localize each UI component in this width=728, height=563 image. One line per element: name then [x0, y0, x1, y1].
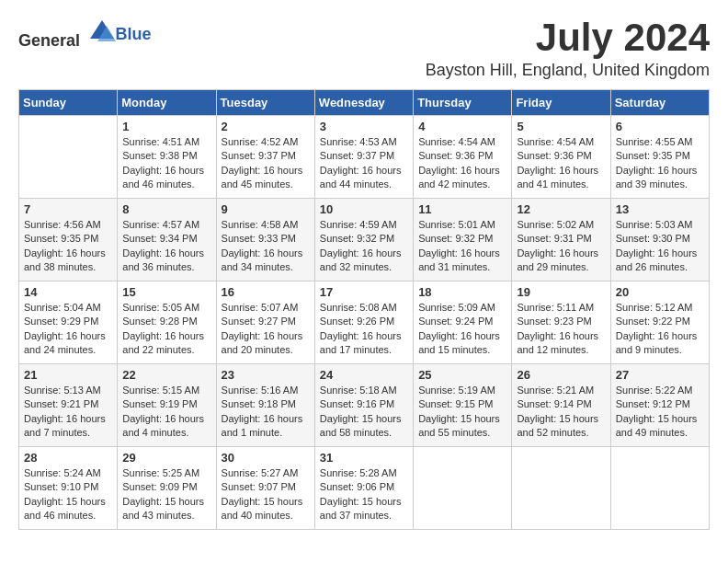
calendar-cell: 7Sunrise: 4:56 AMSunset: 9:35 PMDaylight… [19, 199, 118, 282]
day-number: 18 [418, 285, 506, 299]
day-number: 15 [122, 285, 210, 299]
calendar-week-row: 1Sunrise: 4:51 AMSunset: 9:38 PMDaylight… [19, 116, 710, 199]
day-number: 20 [616, 285, 704, 299]
day-info: Sunrise: 4:52 AMSunset: 9:37 PMDaylight:… [222, 135, 310, 192]
day-number: 17 [320, 285, 408, 299]
day-number: 26 [517, 368, 605, 382]
day-info: Sunrise: 5:18 AMSunset: 9:16 PMDaylight:… [320, 384, 408, 441]
calendar-cell [512, 447, 610, 530]
day-number: 14 [24, 285, 112, 299]
day-info: Sunrise: 5:28 AMSunset: 9:06 PMDaylight:… [320, 466, 408, 523]
calendar-header-monday: Monday [118, 90, 216, 116]
calendar-cell: 9Sunrise: 4:58 AMSunset: 9:33 PMDaylight… [216, 199, 314, 282]
calendar-cell: 13Sunrise: 5:03 AMSunset: 9:30 PMDayligh… [610, 199, 709, 282]
calendar-header-sunday: Sunday [19, 90, 118, 116]
logo: General Blue [18, 18, 152, 51]
day-info: Sunrise: 5:08 AMSunset: 9:26 PMDaylight:… [320, 301, 408, 358]
calendar-cell: 2Sunrise: 4:52 AMSunset: 9:37 PMDaylight… [216, 116, 314, 199]
calendar-header-row: SundayMondayTuesdayWednesdayThursdayFrid… [19, 90, 710, 116]
day-info: Sunrise: 5:01 AMSunset: 9:32 PMDaylight:… [418, 218, 506, 275]
calendar-cell: 1Sunrise: 4:51 AMSunset: 9:38 PMDaylight… [118, 116, 216, 199]
calendar-week-row: 21Sunrise: 5:13 AMSunset: 9:21 PMDayligh… [19, 364, 710, 447]
day-info: Sunrise: 5:21 AMSunset: 9:14 PMDaylight:… [517, 384, 605, 441]
calendar-week-row: 28Sunrise: 5:24 AMSunset: 9:10 PMDayligh… [19, 447, 710, 530]
calendar-cell: 19Sunrise: 5:11 AMSunset: 9:23 PMDayligh… [512, 282, 610, 364]
day-info: Sunrise: 5:27 AMSunset: 9:07 PMDaylight:… [222, 466, 310, 523]
day-number: 19 [517, 285, 605, 299]
day-number: 7 [24, 202, 112, 216]
calendar-cell: 16Sunrise: 5:07 AMSunset: 9:27 PMDayligh… [216, 282, 314, 364]
day-info: Sunrise: 5:22 AMSunset: 9:12 PMDaylight:… [616, 384, 704, 441]
day-info: Sunrise: 5:04 AMSunset: 9:29 PMDaylight:… [24, 301, 112, 358]
calendar-cell: 24Sunrise: 5:18 AMSunset: 9:16 PMDayligh… [314, 364, 413, 447]
day-info: Sunrise: 4:58 AMSunset: 9:33 PMDaylight:… [222, 218, 310, 275]
calendar-cell: 26Sunrise: 5:21 AMSunset: 9:14 PMDayligh… [512, 364, 610, 447]
calendar-cell: 28Sunrise: 5:24 AMSunset: 9:10 PMDayligh… [19, 447, 118, 530]
day-number: 31 [320, 451, 408, 465]
day-info: Sunrise: 5:12 AMSunset: 9:22 PMDaylight:… [616, 301, 704, 358]
day-info: Sunrise: 4:53 AMSunset: 9:37 PMDaylight:… [320, 135, 408, 192]
location-subtitle: Bayston Hill, England, United Kingdom [426, 61, 710, 80]
day-number: 21 [24, 368, 112, 382]
calendar-cell [19, 116, 118, 199]
calendar-cell [414, 447, 512, 530]
day-info: Sunrise: 5:15 AMSunset: 9:19 PMDaylight:… [122, 384, 210, 441]
calendar-cell: 23Sunrise: 5:16 AMSunset: 9:18 PMDayligh… [216, 364, 314, 447]
day-number: 8 [122, 202, 210, 216]
calendar-week-row: 7Sunrise: 4:56 AMSunset: 9:35 PMDaylight… [19, 199, 710, 282]
logo-general-text: General [18, 31, 80, 50]
calendar-header-saturday: Saturday [610, 90, 709, 116]
calendar-cell: 25Sunrise: 5:19 AMSunset: 9:15 PMDayligh… [414, 364, 512, 447]
calendar-week-row: 14Sunrise: 5:04 AMSunset: 9:29 PMDayligh… [19, 282, 710, 364]
calendar-cell: 10Sunrise: 4:59 AMSunset: 9:32 PMDayligh… [314, 199, 413, 282]
calendar-cell: 17Sunrise: 5:08 AMSunset: 9:26 PMDayligh… [314, 282, 413, 364]
month-year-title: July 2024 [426, 18, 710, 57]
day-info: Sunrise: 5:24 AMSunset: 9:10 PMDaylight:… [24, 466, 112, 523]
day-number: 29 [122, 451, 210, 465]
calendar-cell: 27Sunrise: 5:22 AMSunset: 9:12 PMDayligh… [610, 364, 709, 447]
title-area: July 2024 Bayston Hill, England, United … [426, 18, 710, 80]
calendar-cell: 8Sunrise: 4:57 AMSunset: 9:34 PMDaylight… [118, 199, 216, 282]
calendar-table: SundayMondayTuesdayWednesdayThursdayFrid… [18, 89, 710, 530]
day-number: 28 [24, 451, 112, 465]
day-info: Sunrise: 5:19 AMSunset: 9:15 PMDaylight:… [418, 384, 506, 441]
calendar-cell: 5Sunrise: 4:54 AMSunset: 9:36 PMDaylight… [512, 116, 610, 199]
day-number: 25 [418, 368, 506, 382]
day-number: 12 [517, 202, 605, 216]
logo-icon [88, 18, 116, 46]
day-info: Sunrise: 5:07 AMSunset: 9:27 PMDaylight:… [222, 301, 310, 358]
day-number: 24 [320, 368, 408, 382]
day-info: Sunrise: 5:11 AMSunset: 9:23 PMDaylight:… [517, 301, 605, 358]
calendar-cell: 30Sunrise: 5:27 AMSunset: 9:07 PMDayligh… [216, 447, 314, 530]
day-info: Sunrise: 5:16 AMSunset: 9:18 PMDaylight:… [222, 384, 310, 441]
calendar-cell: 3Sunrise: 4:53 AMSunset: 9:37 PMDaylight… [314, 116, 413, 199]
logo-blue-text: Blue [116, 25, 152, 43]
calendar-cell: 15Sunrise: 5:05 AMSunset: 9:28 PMDayligh… [118, 282, 216, 364]
day-info: Sunrise: 5:02 AMSunset: 9:31 PMDaylight:… [517, 218, 605, 275]
day-info: Sunrise: 4:51 AMSunset: 9:38 PMDaylight:… [122, 135, 210, 192]
day-number: 16 [222, 285, 310, 299]
calendar-cell: 18Sunrise: 5:09 AMSunset: 9:24 PMDayligh… [414, 282, 512, 364]
day-info: Sunrise: 5:09 AMSunset: 9:24 PMDaylight:… [418, 301, 506, 358]
day-info: Sunrise: 5:13 AMSunset: 9:21 PMDaylight:… [24, 384, 112, 441]
day-number: 22 [122, 368, 210, 382]
day-number: 5 [517, 120, 605, 133]
day-number: 23 [222, 368, 310, 382]
calendar-header-friday: Friday [512, 90, 610, 116]
calendar-cell: 12Sunrise: 5:02 AMSunset: 9:31 PMDayligh… [512, 199, 610, 282]
day-number: 11 [418, 202, 506, 216]
calendar-cell: 14Sunrise: 5:04 AMSunset: 9:29 PMDayligh… [19, 282, 118, 364]
day-number: 13 [616, 202, 704, 216]
day-info: Sunrise: 4:54 AMSunset: 9:36 PMDaylight:… [418, 135, 506, 192]
day-number: 6 [616, 120, 704, 133]
day-info: Sunrise: 4:56 AMSunset: 9:35 PMDaylight:… [24, 218, 112, 275]
day-number: 1 [122, 120, 210, 133]
day-info: Sunrise: 5:25 AMSunset: 9:09 PMDaylight:… [122, 466, 210, 523]
day-number: 30 [222, 451, 310, 465]
calendar-header-thursday: Thursday [414, 90, 512, 116]
calendar-cell: 29Sunrise: 5:25 AMSunset: 9:09 PMDayligh… [118, 447, 216, 530]
calendar-cell: 11Sunrise: 5:01 AMSunset: 9:32 PMDayligh… [414, 199, 512, 282]
day-info: Sunrise: 4:59 AMSunset: 9:32 PMDaylight:… [320, 218, 408, 275]
day-number: 27 [616, 368, 704, 382]
calendar-header-wednesday: Wednesday [314, 90, 413, 116]
